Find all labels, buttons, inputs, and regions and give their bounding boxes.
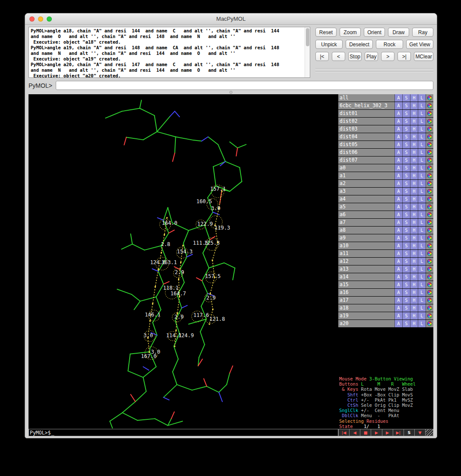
object-name[interactable]: a3 [338,188,394,195]
object-s-button[interactable]: S [402,188,410,195]
object-a-button[interactable]: A [394,125,402,133]
object-h-button[interactable]: H [410,94,418,102]
object-s-button[interactable]: S [402,172,410,179]
object-l-button[interactable]: L [418,219,426,226]
object-h-button[interactable]: H [410,250,418,257]
object-name[interactable]: a13 [338,265,394,273]
object-name[interactable]: a12 [338,258,394,265]
object-c-button[interactable] [426,110,433,117]
object-h-button[interactable]: H [410,312,418,319]
object-c-button[interactable] [426,94,433,102]
object-l-button[interactable]: L [418,149,426,156]
object-a-button[interactable]: A [394,289,402,296]
object-s-button[interactable]: S [402,118,410,125]
object-s-button[interactable]: S [402,312,410,319]
object-l-button[interactable]: L [418,110,426,117]
object-h-button[interactable]: H [410,118,418,125]
resize-grip[interactable] [426,429,433,436]
toolbar-button-orient[interactable]: Orient [364,28,385,37]
object-name[interactable]: a15 [338,281,394,288]
object-h-button[interactable]: H [410,281,418,288]
vcr-forward-button[interactable]: ▶ [382,429,393,436]
object-s-button[interactable]: S [402,234,410,242]
object-s-button[interactable]: S [402,297,410,304]
object-a-button[interactable]: A [394,219,402,226]
object-a-button[interactable]: A [394,203,402,211]
object-c-button[interactable] [426,203,433,211]
toolbar-button-rock[interactable]: Rock [376,40,403,49]
object-l-button[interactable]: L [418,250,426,257]
object-s-button[interactable]: S [402,125,410,133]
object-l-button[interactable]: L [418,312,426,319]
object-a-button[interactable]: A [394,164,402,172]
object-name[interactable]: a16 [338,289,394,296]
object-name[interactable]: dist03 [338,125,394,133]
object-c-button[interactable] [426,164,433,172]
command-input[interactable] [56,81,433,90]
object-a-button[interactable]: A [394,250,402,257]
object-s-button[interactable]: S [402,94,410,102]
vcr-first-button[interactable]: |◀ [338,429,350,436]
object-l-button[interactable]: L [418,297,426,304]
object-a-button[interactable]: A [394,273,402,281]
object-c-button[interactable] [426,125,433,133]
object-h-button[interactable]: H [410,234,418,242]
object-name[interactable]: a5 [338,203,394,211]
object-s-button[interactable]: S [402,304,410,312]
object-a-button[interactable]: A [394,157,402,164]
object-c-button[interactable] [426,250,433,257]
object-l-button[interactable]: L [418,289,426,296]
object-h-button[interactable]: H [410,141,418,148]
toolbar-button-unpick[interactable]: Unpick [315,40,343,49]
toolbar-button-nav[interactable]: |< [315,52,329,61]
vcr-last-button[interactable]: ▶| [393,429,404,436]
object-l-button[interactable]: L [418,133,426,141]
object-s-button[interactable]: S [402,289,410,296]
object-name[interactable]: a20 [338,320,394,327]
object-a-button[interactable]: A [394,211,402,218]
object-c-button[interactable] [426,211,433,218]
toolbar-button-nav[interactable]: > [381,52,394,61]
object-l-button[interactable]: L [418,304,426,312]
object-h-button[interactable]: H [410,219,418,226]
object-s-button[interactable]: S [402,102,410,109]
object-s-button[interactable]: S [402,195,410,203]
object-c-button[interactable] [426,320,433,327]
object-h-button[interactable]: H [410,157,418,164]
object-s-button[interactable]: S [402,141,410,148]
object-h-button[interactable]: H [410,149,418,156]
object-h-button[interactable]: H [410,164,418,172]
object-l-button[interactable]: L [418,157,426,164]
object-l-button[interactable]: L [418,188,426,195]
object-a-button[interactable]: A [394,118,402,125]
object-name[interactable]: dist07 [338,157,394,164]
object-l-button[interactable]: L [418,273,426,281]
object-s-button[interactable]: S [402,281,410,288]
object-h-button[interactable]: H [410,297,418,304]
object-s-button[interactable]: S [402,265,410,273]
object-l-button[interactable]: L [418,234,426,242]
viewport-prompt[interactable]: PyMOL>$_ [29,429,338,436]
object-s-button[interactable]: S [402,157,410,164]
object-c-button[interactable] [426,172,433,179]
object-name[interactable]: all [338,94,394,102]
object-a-button[interactable]: A [394,320,402,327]
object-l-button[interactable]: L [418,211,426,218]
object-l-button[interactable]: L [418,320,426,327]
object-s-button[interactable]: S [402,219,410,226]
object-c-button[interactable] [426,258,433,265]
object-h-button[interactable]: H [410,125,418,133]
object-c-button[interactable] [426,102,433,109]
object-name[interactable]: a8 [338,227,394,234]
object-a-button[interactable]: A [394,312,402,319]
object-name[interactable]: a0 [338,164,394,172]
object-name[interactable]: dist06 [338,149,394,156]
object-name[interactable]: a18 [338,304,394,312]
object-a-button[interactable]: A [394,94,402,102]
object-a-button[interactable]: A [394,102,402,109]
object-l-button[interactable]: L [418,203,426,211]
object-a-button[interactable]: A [394,195,402,203]
object-a-button[interactable]: A [394,110,402,117]
object-a-button[interactable]: A [394,304,402,312]
object-c-button[interactable] [426,312,433,319]
